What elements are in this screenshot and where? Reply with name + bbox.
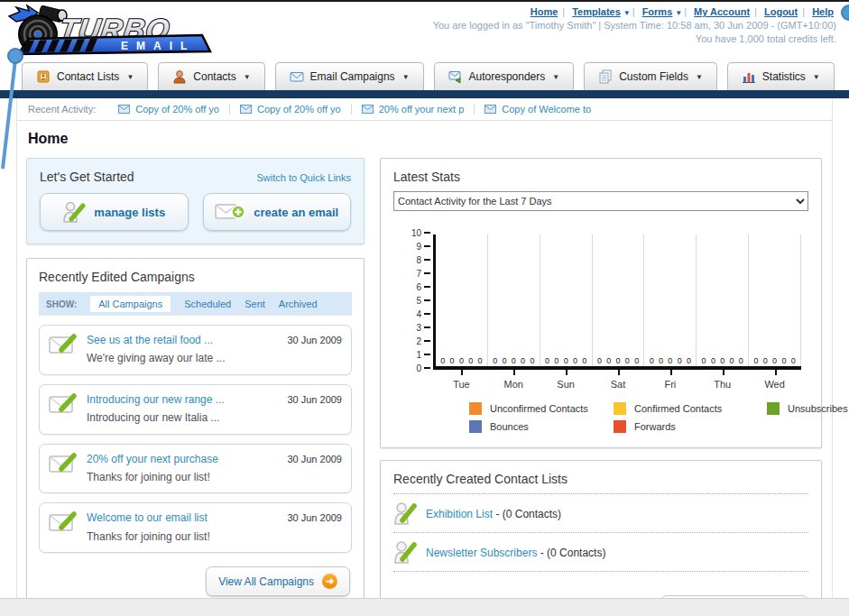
latest-stats-panel: Latest Stats Contact Activity for the La… <box>380 158 822 448</box>
chart-values-row: 00000 <box>593 356 644 365</box>
recent-activity-link[interactable]: Copy of 20% off yo <box>257 104 341 115</box>
nav-templates-link[interactable]: Templates <box>572 6 621 17</box>
campaign-title-link[interactable]: Introducing our new range ... <box>87 392 225 407</box>
y-axis-tick <box>424 354 430 355</box>
chart-value: 0 <box>616 356 621 365</box>
recent-activity-link[interactable]: Copy of Welcome to <box>502 104 591 115</box>
manage-lists-label: manage lists <box>94 206 165 219</box>
chart-y-axis: 012345678910 <box>393 233 430 372</box>
autoresponders-icon <box>448 69 463 84</box>
recent-activity-item[interactable]: Copy of 20% off yo <box>230 104 352 115</box>
chart-value: 0 <box>582 356 586 365</box>
switch-quick-links[interactable]: Switch to Quick Links <box>256 172 351 183</box>
tab-autoresponders[interactable]: Autoresponders▼ <box>434 62 575 90</box>
tab-email-campaigns[interactable]: Email Campaigns▼ <box>275 62 424 90</box>
chart-value: 0 <box>763 356 768 365</box>
y-axis-label: 4 <box>416 309 421 319</box>
nav-logout-link[interactable]: Logout <box>764 6 798 17</box>
nav-separator: | <box>802 6 805 17</box>
legend-label: Bounces <box>490 421 529 432</box>
filter-scheduled[interactable]: Scheduled <box>184 299 231 309</box>
campaign-title-link[interactable]: Welcome to our email list <box>87 510 210 525</box>
recent-contact-lists-panel: Recently Created Contact Lists Exhibitio… <box>380 460 822 616</box>
nav-my-account-link[interactable]: My Account <box>694 6 750 17</box>
page-footer <box>0 598 849 616</box>
stats-period-select[interactable]: Contact Activity for the Last 7 Days <box>393 191 808 211</box>
chart-values-row: 00000 <box>488 356 540 365</box>
campaign-title-link[interactable]: 20% off your next purchase <box>87 452 218 466</box>
campaigns-title: Recently Edited Campaigns <box>39 270 352 284</box>
nav-separator: | <box>754 6 757 17</box>
legend-item: Bounces <box>469 420 614 433</box>
campaign-edit-icon <box>49 333 78 356</box>
chart-value: 0 <box>753 356 758 365</box>
campaign-row[interactable]: See us at the retail food ... We're givi… <box>39 325 352 375</box>
recent-activity-bar: Recent Activity: Copy of 20% off yo Copy… <box>17 98 832 121</box>
nav-home-link[interactable]: Home <box>531 6 558 17</box>
x-axis-label: Sun <box>540 379 592 390</box>
legend-swatch <box>767 402 780 415</box>
filter-sent[interactable]: Sent <box>245 299 265 309</box>
campaign-row[interactable]: Welcome to our email list Thanks for joi… <box>39 502 352 553</box>
y-axis-tick <box>424 232 430 234</box>
chart-value: 0 <box>564 356 568 365</box>
y-axis-tick <box>424 299 430 301</box>
filter-all-campaigns[interactable]: All Campaigns <box>90 296 171 312</box>
contact-list-row[interactable]: Exhibition List - (0 Contacts) <box>393 494 808 533</box>
manage-lists-button[interactable]: manage lists <box>40 193 189 231</box>
chart-value: 0 <box>478 356 483 365</box>
manage-lists-icon <box>62 200 86 224</box>
campaign-row[interactable]: Introducing our new range ... Introducin… <box>39 384 352 435</box>
list-edit-icon <box>393 501 417 526</box>
tab-statistics[interactable]: Statistics▼ <box>727 62 835 90</box>
chart-value: 0 <box>625 356 630 365</box>
tab-contacts[interactable]: Contacts▼ <box>158 62 264 90</box>
campaign-row[interactable]: 20% off your next purchase Thanks for jo… <box>39 444 352 494</box>
legend-label: Unsubscribes <box>788 403 848 414</box>
recent-activity-item[interactable]: 20% off your next p <box>352 104 475 115</box>
view-all-campaigns-label: View All Campaigns <box>218 575 314 588</box>
contact-list-link[interactable]: Newsletter Subscribers <box>426 547 537 559</box>
tab-label: Email Campaigns <box>310 70 395 83</box>
contact-list-link[interactable]: Exhibition List <box>426 508 493 520</box>
chart-value: 0 <box>459 356 464 365</box>
tab-label: Contact Lists <box>57 70 119 83</box>
nav-forms-link[interactable]: Forms <box>642 6 673 17</box>
legend-item: Unconfirmed Contacts <box>469 402 614 415</box>
tab-custom-fields[interactable]: Custom Fields▼ <box>584 62 717 90</box>
recent-activity-label: Recent Activity: <box>28 104 96 115</box>
filter-archived[interactable]: Archived <box>279 299 318 309</box>
campaign-edit-icon <box>49 392 78 416</box>
contact-activity-chart: 012345678910 00000Tue00000Mon00000Sun000… <box>433 234 801 433</box>
chart-group: 00000Sun <box>540 234 593 366</box>
legend-label: Unconfirmed Contacts <box>490 403 588 414</box>
y-axis-label: 8 <box>416 255 421 265</box>
envelope-icon <box>118 105 130 114</box>
top-nav: Home| Templates▼| Forms▼| My Account| Lo… <box>433 6 836 17</box>
y-axis-label: 10 <box>411 228 421 238</box>
chart-group: 00000Fri <box>644 234 697 366</box>
nav-help-link[interactable]: Help <box>812 6 834 17</box>
nav-separator: | <box>562 6 565 17</box>
legend-label: Forwards <box>634 421 676 432</box>
x-axis-tick <box>618 370 620 375</box>
arrow-right-icon: ➜ <box>322 574 337 589</box>
chart-values-row: 00000 <box>436 356 487 365</box>
contact-list-row[interactable]: Newsletter Subscribers - (0 Contacts) <box>393 533 808 572</box>
chart-value: 0 <box>606 356 611 365</box>
recent-activity-link[interactable]: 20% off your next p <box>379 104 465 115</box>
create-email-icon <box>215 201 245 223</box>
recent-activity-item[interactable]: Copy of Welcome to <box>475 104 601 115</box>
tab-contact-lists[interactable]: Contact Lists▼ <box>22 62 148 90</box>
view-all-campaigns-button[interactable]: View All Campaigns ➜ <box>206 566 350 596</box>
campaign-title-link[interactable]: See us at the retail food ... <box>87 333 225 347</box>
turbo-email-logo: TURBO EMAIL <box>5 4 217 60</box>
recent-activity-link[interactable]: Copy of 20% off yo <box>135 104 219 115</box>
chart-value: 0 <box>512 356 516 365</box>
y-axis-tick <box>424 340 430 342</box>
recent-activity-item[interactable]: Copy of 20% off yo <box>108 104 230 115</box>
create-email-button[interactable]: create an email <box>203 193 352 231</box>
campaigns-filter-bar: SHOW: All Campaigns Scheduled Sent Archi… <box>39 292 352 316</box>
custom-fields-icon <box>598 69 613 84</box>
chart-value: 0 <box>573 356 577 365</box>
